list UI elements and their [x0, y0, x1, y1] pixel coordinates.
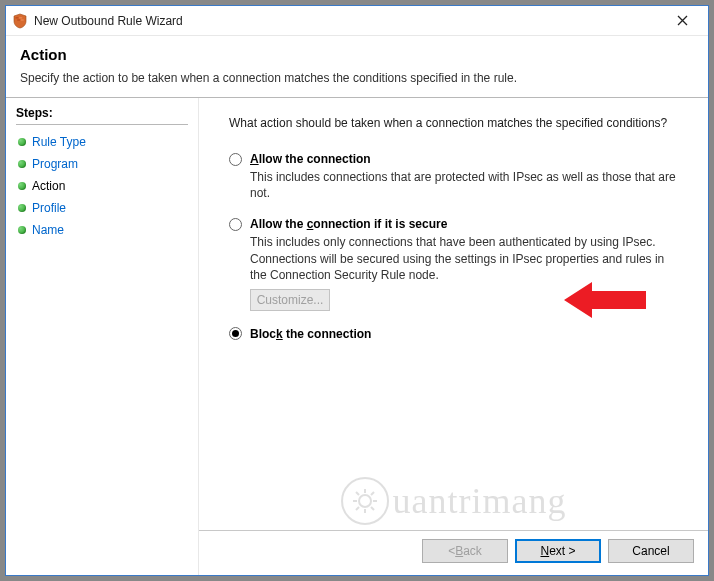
steps-label: Steps:	[16, 106, 188, 125]
wizard-header: Action Specify the action to be taken wh…	[6, 36, 708, 97]
step-label: Action	[32, 179, 65, 193]
radio-dot-icon	[232, 330, 239, 337]
back-post: ack	[463, 544, 482, 558]
step-bullet-icon	[18, 182, 26, 190]
radio-block[interactable]	[229, 327, 242, 340]
radio-allow[interactable]	[229, 153, 242, 166]
radio-row-block[interactable]: Block the connection	[229, 327, 690, 341]
radio-row-allow[interactable]: Allow the connection	[229, 152, 690, 166]
watermark-text: uantrimang	[393, 480, 567, 522]
wizard-window: New Outbound Rule Wizard Action Specify …	[5, 5, 709, 576]
wizard-body: Steps: Rule TypeProgramActionProfileName…	[6, 98, 708, 575]
window-title: New Outbound Rule Wizard	[34, 14, 662, 28]
close-button[interactable]	[662, 7, 702, 35]
svg-line-10	[356, 492, 359, 495]
option-label-allow: Allow the connection	[250, 152, 371, 166]
step-profile[interactable]: Profile	[16, 197, 188, 219]
svg-rect-1	[19, 17, 22, 19]
button-row: < Back Next > Cancel	[422, 539, 694, 563]
step-label: Profile	[32, 201, 66, 215]
svg-rect-2	[17, 19, 20, 21]
cancel-label: Cancel	[632, 544, 669, 558]
step-bullet-icon	[18, 160, 26, 168]
step-bullet-icon	[18, 204, 26, 212]
page-description: Specify the action to be taken when a co…	[20, 71, 694, 85]
next-post: ext >	[549, 544, 575, 558]
step-bullet-icon	[18, 138, 26, 146]
svg-point-5	[359, 495, 371, 507]
firewall-icon	[12, 13, 28, 29]
customize-button: Customize...	[250, 289, 330, 311]
svg-rect-3	[21, 19, 24, 21]
titlebar: New Outbound Rule Wizard	[6, 6, 708, 36]
option-label-block: Block the connection	[250, 327, 371, 341]
back-button[interactable]: < Back	[422, 539, 508, 563]
next-button[interactable]: Next >	[515, 539, 601, 563]
back-pre: <	[448, 544, 455, 558]
close-icon	[677, 15, 688, 26]
watermark: uantrimang	[341, 477, 567, 525]
next-ul: N	[540, 544, 549, 558]
step-name[interactable]: Name	[16, 219, 188, 241]
cancel-button[interactable]: Cancel	[608, 539, 694, 563]
page-heading: Action	[20, 46, 694, 63]
step-program[interactable]: Program	[16, 153, 188, 175]
option-label-allow-secure: Allow the connection if it is secure	[250, 217, 447, 231]
content-panel: What action should be taken when a conne…	[199, 98, 708, 575]
step-rule-type[interactable]: Rule Type	[16, 131, 188, 153]
footer-divider	[199, 530, 708, 531]
action-prompt: What action should be taken when a conne…	[229, 116, 690, 130]
steps-sidebar: Steps: Rule TypeProgramActionProfileName	[6, 98, 199, 575]
step-bullet-icon	[18, 226, 26, 234]
step-label: Name	[32, 223, 64, 237]
step-label: Program	[32, 157, 78, 171]
option-allow: Allow the connectionThis includes connec…	[229, 152, 690, 201]
option-desc-allow-secure: This includes only connections that have…	[250, 234, 680, 283]
back-ul: B	[455, 544, 463, 558]
svg-line-12	[371, 492, 374, 495]
svg-rect-0	[16, 17, 19, 19]
svg-line-11	[371, 507, 374, 510]
step-label: Rule Type	[32, 135, 86, 149]
option-allow-secure: Allow the connection if it is secureThis…	[229, 217, 690, 311]
svg-line-13	[356, 507, 359, 510]
step-action[interactable]: Action	[16, 175, 188, 197]
option-desc-allow: This includes connections that are prote…	[250, 169, 680, 201]
radio-row-allow-secure[interactable]: Allow the connection if it is secure	[229, 217, 690, 231]
option-block: Block the connection	[229, 327, 690, 341]
radio-allow-secure[interactable]	[229, 218, 242, 231]
